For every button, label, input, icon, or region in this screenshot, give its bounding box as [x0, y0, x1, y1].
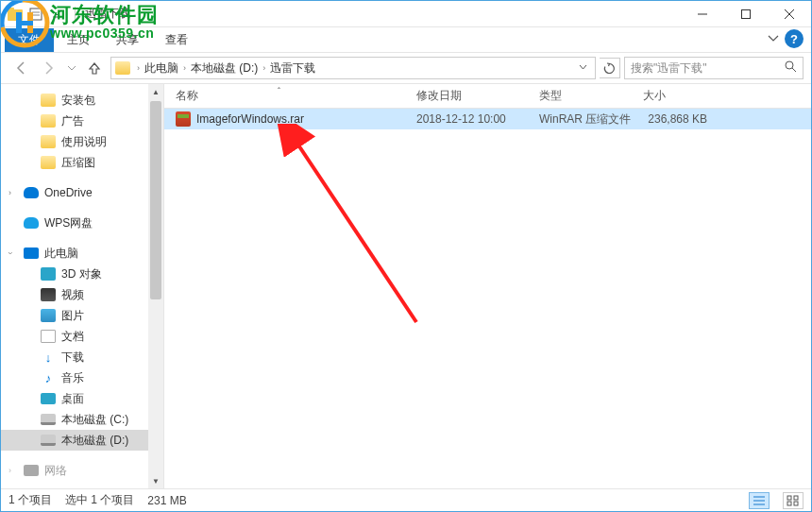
nav-item[interactable]: ↓下载 — [1, 347, 163, 367]
nav-item[interactable]: 本地磁盘 (C:) — [1, 409, 163, 430]
maximize-button[interactable] — [724, 1, 768, 27]
breadcrumb-segment[interactable]: 此电脑 — [143, 60, 180, 77]
address-bar: › 此电脑 › 本地磁盘 (D:) › 迅雷下载 搜索"迅雷下载" — [1, 52, 811, 84]
nav-item[interactable]: 广告 — [1, 111, 163, 131]
scroll-up-icon[interactable]: ▲ — [148, 84, 163, 99]
column-type[interactable]: 类型 — [528, 88, 632, 104]
nav-label: 桌面 — [61, 391, 84, 407]
search-placeholder: 搜索"迅雷下载" — [631, 60, 707, 77]
chevron-right-icon[interactable]: › — [134, 63, 143, 73]
ribbon-tabs: 文件 主页 共享 查看 ? — [1, 27, 811, 52]
nav-item[interactable]: 文档 — [1, 326, 163, 347]
nav-label: 3D 对象 — [61, 266, 102, 282]
window-title: 迅雷下载 — [79, 6, 130, 22]
breadcrumb-segment[interactable]: 本地磁盘 (D:) — [189, 60, 260, 77]
nav-item[interactable]: 使用说明 — [1, 131, 163, 152]
nav-wps[interactable]: WPS网盘 — [1, 213, 163, 233]
svg-rect-7 — [8, 8, 14, 11]
breadcrumb-segment[interactable]: 迅雷下载 — [268, 60, 317, 77]
nav-label: 广告 — [61, 113, 84, 129]
drive-icon — [41, 435, 56, 446]
column-size[interactable]: 大小 — [632, 88, 726, 104]
nav-label: 网络 — [44, 463, 67, 479]
up-button[interactable] — [82, 56, 107, 80]
file-menu[interactable]: 文件 — [5, 28, 54, 52]
nav-item[interactable]: 压缩图 — [1, 152, 163, 173]
chevron-right-icon[interactable]: › — [8, 466, 11, 475]
refresh-button[interactable] — [600, 58, 620, 78]
back-button[interactable] — [8, 56, 33, 80]
chevron-right-icon[interactable]: › — [260, 63, 268, 73]
icons-view-button[interactable] — [783, 492, 804, 509]
ribbon-expand-icon[interactable] — [768, 35, 779, 46]
tab-home[interactable]: 主页 — [54, 28, 103, 52]
forward-button[interactable] — [37, 56, 61, 80]
address-dropdown-icon[interactable] — [575, 63, 591, 74]
chevron-down-icon[interactable]: › — [6, 252, 15, 255]
qat-chevron-icon[interactable] — [48, 6, 65, 23]
svg-line-17 — [792, 68, 796, 72]
folder-icon — [41, 135, 56, 148]
nav-network[interactable]: ›网络 — [1, 460, 163, 481]
scroll-thumb[interactable] — [150, 101, 161, 299]
nav-item[interactable]: ♪音乐 — [1, 367, 163, 388]
cloud-icon — [24, 217, 39, 229]
rar-archive-icon — [176, 111, 191, 127]
navigation-pane: 安装包 广告 使用说明 压缩图 ›OneDrive WPS网盘 ›此电脑 3D … — [1, 84, 163, 488]
folder-icon — [41, 94, 56, 107]
column-name[interactable]: 名称ˆ — [164, 88, 405, 104]
nav-label: 文档 — [61, 329, 84, 345]
status-selected-count: 选中 1 个项目 — [65, 492, 134, 508]
nav-thispc[interactable]: ›此电脑 — [1, 243, 163, 264]
history-chevron-icon[interactable] — [65, 56, 78, 80]
details-view-button[interactable] — [749, 492, 770, 509]
column-headers: 名称ˆ 修改日期 类型 大小 — [164, 84, 811, 109]
search-input[interactable]: 搜索"迅雷下载" — [624, 57, 804, 79]
chevron-right-icon[interactable]: › — [8, 188, 11, 197]
nav-label: OneDrive — [44, 186, 93, 199]
search-icon[interactable] — [785, 60, 797, 76]
nav-item-current[interactable]: 本地磁盘 (D:) — [1, 430, 163, 451]
tab-view[interactable]: 查看 — [152, 28, 201, 52]
nav-label: 图片 — [61, 308, 84, 324]
nav-label: 下载 — [61, 350, 84, 366]
svg-rect-13 — [742, 9, 751, 18]
titlebar-divider — [75, 7, 76, 22]
breadcrumb[interactable]: › 此电脑 › 本地磁盘 (D:) › 迅雷下载 — [110, 57, 596, 79]
help-button[interactable]: ? — [785, 29, 804, 48]
file-name-cell: ImageforWindows.rar — [164, 111, 405, 127]
svg-rect-8 — [30, 9, 42, 20]
documents-icon — [41, 330, 56, 343]
nav-scrollbar[interactable]: ▲ ▼ — [148, 84, 163, 488]
nav-label: 使用说明 — [61, 134, 107, 150]
scroll-down-icon[interactable]: ▼ — [148, 473, 163, 488]
file-size-cell: 236,868 KB — [632, 112, 726, 126]
nav-label: WPS网盘 — [44, 215, 93, 231]
chevron-right-icon[interactable]: › — [180, 63, 189, 73]
status-bar: 1 个项目 选中 1 个项目 231 MB — [1, 488, 811, 511]
svg-point-16 — [786, 61, 793, 69]
nav-label: 本地磁盘 (D:) — [61, 433, 128, 449]
minimize-button[interactable] — [681, 1, 724, 27]
folder-icon — [41, 156, 56, 169]
pictures-icon — [41, 309, 56, 322]
network-icon — [24, 465, 39, 476]
svg-rect-22 — [794, 496, 798, 500]
nav-item[interactable]: 视频 — [1, 284, 163, 305]
column-date[interactable]: 修改日期 — [405, 88, 528, 104]
nav-item[interactable]: 图片 — [1, 305, 163, 326]
nav-item[interactable]: 桌面 — [1, 388, 163, 409]
svg-rect-21 — [787, 496, 791, 500]
nav-onedrive[interactable]: ›OneDrive — [1, 182, 163, 203]
svg-rect-23 — [787, 502, 791, 505]
pc-icon — [24, 247, 39, 259]
nav-item[interactable]: 安装包 — [1, 90, 163, 111]
tab-share[interactable]: 共享 — [103, 28, 152, 52]
nav-label: 此电脑 — [44, 246, 78, 262]
close-button[interactable] — [768, 1, 811, 27]
file-date-cell: 2018-12-12 10:00 — [405, 112, 528, 126]
nav-item[interactable]: 3D 对象 — [1, 264, 163, 284]
properties-icon[interactable] — [27, 6, 44, 23]
file-row[interactable]: ImageforWindows.rar 2018-12-12 10:00 Win… — [164, 109, 811, 129]
desktop-icon — [41, 393, 56, 404]
